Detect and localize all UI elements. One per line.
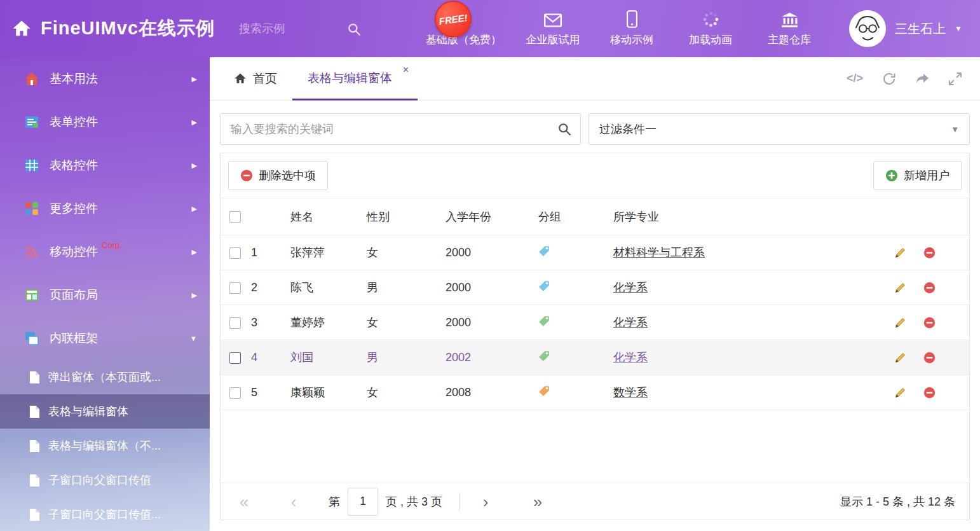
sidebar-item-more-controls[interactable]: 更多控件 ▶ (0, 187, 210, 230)
file-icon (29, 439, 40, 453)
chevron-down-icon: ▼ (955, 24, 962, 33)
row-checkbox[interactable] (229, 282, 241, 294)
refresh-icon[interactable] (882, 72, 896, 86)
header-nav-enterprise-trial[interactable]: 企业版试用 (526, 10, 580, 47)
delete-selected-button[interactable]: 删除选中项 (228, 161, 328, 190)
add-user-button[interactable]: 新增用户 (873, 161, 962, 190)
file-icon (29, 405, 40, 418)
table-row[interactable]: 3 董婷婷 女 2000 化学系 (221, 305, 969, 340)
expand-icon[interactable] (948, 72, 962, 86)
row-checkbox[interactable] (229, 317, 241, 329)
spinner-icon (702, 10, 719, 28)
header-nav-loading-animation[interactable]: 加载动画 (683, 10, 738, 47)
delete-row-icon[interactable] (923, 387, 936, 399)
header-nav: 基础版（免费） 企业版试用 移动示例 (426, 10, 817, 47)
chevron-down-icon: ▼ (190, 334, 197, 342)
filter-dropdown[interactable]: 过滤条件一 ▼ (589, 113, 970, 145)
delete-row-icon[interactable] (923, 317, 936, 329)
major-link[interactable]: 化学系 (613, 316, 648, 329)
pagination-bar: « ‹ 第 页 , 共 3 页 › » 显示 1 - 5 条 , 共 12 条 (221, 483, 969, 520)
table-row-selected[interactable]: 4 刘国 男 2002 化学系 (221, 340, 969, 375)
cell-gender: 男 (367, 270, 446, 305)
last-page-icon[interactable]: » (528, 493, 547, 510)
delete-row-icon[interactable] (923, 247, 936, 259)
delete-row-icon[interactable] (923, 282, 936, 294)
app-logo[interactable]: FineUIMvc在线示例 (0, 16, 215, 41)
sidebar-subitem-child-to-parent[interactable]: 子窗口向父窗口传值 (0, 463, 210, 497)
header-search-input[interactable] (238, 17, 365, 41)
major-link[interactable]: 化学系 (613, 351, 648, 364)
sidebar-item-mobile-controls[interactable]: 移动控件 Corp. ▶ (0, 230, 210, 273)
tag-icon (538, 245, 550, 257)
sidebar-item-label: 表单控件 (50, 114, 98, 130)
keyword-search-input[interactable] (221, 114, 580, 144)
page-number-input[interactable] (348, 488, 378, 516)
sidebar-subitem-grid-edit-window[interactable]: 表格与编辑窗体 (0, 394, 210, 429)
main-content: 首页 表格与编辑窗体 × </> (210, 57, 980, 531)
sidebar-subitem-child-to-parent-2[interactable]: 子窗口向父窗口传值... (0, 497, 210, 531)
table-row[interactable]: 2 陈飞 男 2000 化学系 (221, 270, 969, 305)
header-nav-mobile-demo[interactable]: 移动示例 (604, 10, 659, 47)
signal-icon (24, 244, 39, 259)
sidebar-item-inline-frame[interactable]: 内联框架 ▼ (0, 317, 210, 360)
edit-icon[interactable] (894, 352, 906, 364)
cell-year: 2002 (446, 340, 538, 375)
search-icon[interactable] (557, 122, 571, 139)
search-icon[interactable] (347, 22, 361, 39)
filter-row: 过滤条件一 ▼ (210, 100, 980, 145)
sidebar-item-grid-controls[interactable]: 表格控件 ▶ (0, 144, 210, 187)
edit-icon[interactable] (894, 387, 906, 399)
page-prefix: 第 (329, 494, 340, 509)
col-header-group: 分组 (538, 198, 613, 235)
code-icon[interactable]: </> (847, 72, 863, 85)
edit-icon[interactable] (894, 317, 906, 329)
sidebar-subitem-grid-edit-window-2[interactable]: 表格与编辑窗体（不... (0, 429, 210, 463)
frames-icon (24, 331, 39, 346)
sidebar-subitem-popup-window[interactable]: 弹出窗体（本页面或... (0, 360, 210, 394)
header-nav-theme-store[interactable]: 主题仓库 (762, 10, 817, 47)
tab-home[interactable]: 首页 (219, 57, 292, 100)
table-row[interactable]: 1 张萍萍 女 2000 材料科学与工程系 (221, 235, 969, 270)
table-icon (24, 158, 39, 173)
mobile-icon (627, 10, 637, 28)
share-icon[interactable] (915, 72, 929, 86)
major-link[interactable]: 化学系 (613, 281, 648, 294)
cell-name: 董婷婷 (290, 305, 367, 340)
nav-label: 企业版试用 (526, 32, 580, 47)
major-link[interactable]: 数学系 (613, 386, 648, 399)
tab-grid-edit-window[interactable]: 表格与编辑窗体 × (292, 57, 418, 100)
sidebar-item-form-controls[interactable]: 表单控件 ▶ (0, 100, 210, 144)
edit-icon[interactable] (894, 282, 906, 294)
app-title: FineUIMvc在线示例 (41, 16, 215, 41)
sidebar-item-label: 页面布局 (50, 287, 98, 303)
plus-circle-icon (885, 169, 898, 182)
select-all-checkbox[interactable] (229, 211, 241, 223)
prev-page-icon[interactable]: ‹ (284, 493, 303, 510)
bank-icon (781, 10, 798, 28)
table-row[interactable]: 5 康颖颖 女 2008 数学系 (221, 375, 969, 410)
layout-icon (24, 287, 39, 303)
edit-icon[interactable] (894, 247, 906, 259)
first-page-icon[interactable]: « (235, 493, 254, 510)
col-header-index (251, 198, 290, 235)
sidebar-item-basic-usage[interactable]: 基本用法 ▶ (0, 57, 210, 100)
cell-index: 1 (251, 235, 290, 270)
sidebar-subitem-label: 表格与编辑窗体 (48, 404, 128, 419)
user-menu[interactable]: 三生石上 ▼ (849, 10, 980, 47)
row-checkbox[interactable] (229, 247, 241, 259)
cell-name: 陈飞 (290, 270, 367, 305)
chevron-right-icon: ▶ (192, 75, 197, 83)
major-link[interactable]: 材料科学与工程系 (613, 246, 705, 259)
row-checkbox[interactable] (229, 352, 241, 364)
next-page-icon[interactable]: › (476, 493, 495, 510)
sidebar-item-page-layout[interactable]: 页面布局 ▶ (0, 273, 210, 317)
home-logo-icon (11, 19, 32, 38)
delete-row-icon[interactable] (923, 352, 936, 364)
col-header-year: 入学年份 (446, 198, 538, 235)
cell-name: 张萍萍 (290, 235, 367, 270)
close-icon[interactable]: × (403, 65, 409, 75)
tab-tools: </> (847, 57, 980, 100)
row-checkbox[interactable] (229, 387, 241, 399)
table-empty-area (221, 410, 969, 483)
keyword-search (220, 113, 581, 145)
